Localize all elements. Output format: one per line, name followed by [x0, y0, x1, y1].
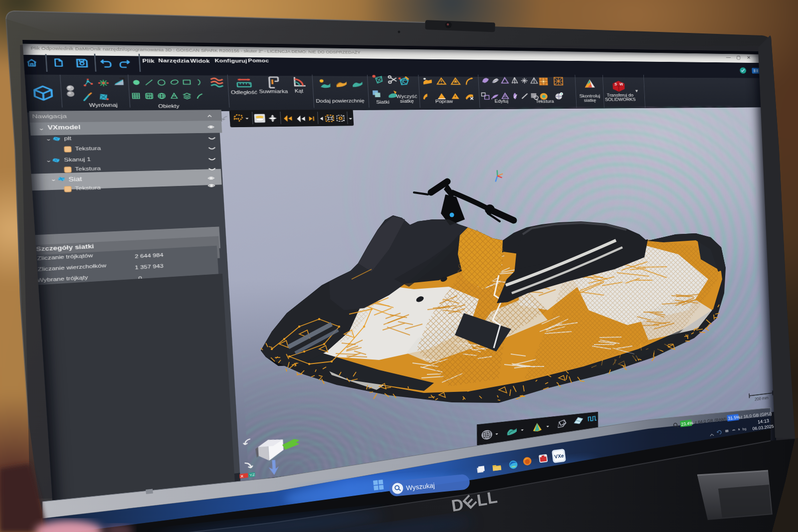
svg-text:VXe: VXe [554, 453, 565, 459]
